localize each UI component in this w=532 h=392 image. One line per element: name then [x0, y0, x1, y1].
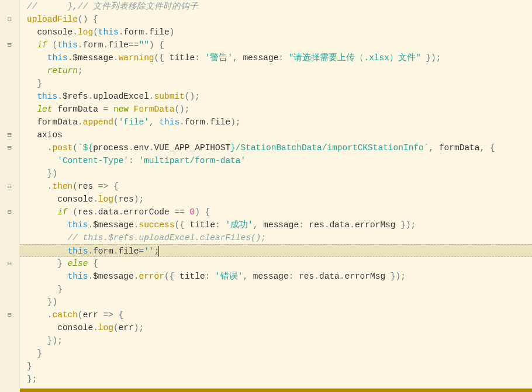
code-line[interactable]: } else { [27, 257, 532, 270]
code-line[interactable]: } [27, 360, 532, 373]
fold-marker [0, 373, 19, 386]
fold-marker[interactable]: ⊟ [0, 206, 19, 218]
fold-marker [0, 167, 19, 180]
fold-collapse-icon[interactable]: ⊟ [8, 141, 12, 154]
fold-marker [0, 77, 19, 90]
fold-collapse-icon[interactable]: ⊟ [8, 13, 12, 26]
code-line[interactable]: } [27, 347, 532, 360]
code-line[interactable]: console.log(res); [27, 193, 532, 206]
code-line[interactable]: this.$refs.uploadExcel.submit(); [27, 90, 532, 103]
fold-marker [0, 296, 19, 308]
code-line[interactable]: this.$message.warning({ title: '警告', mes… [27, 51, 532, 64]
code-line[interactable]: console.log(this.form.file) [27, 26, 532, 39]
fold-marker [0, 218, 19, 231]
fold-marker [0, 231, 19, 244]
code-line[interactable]: axios [27, 129, 532, 141]
code-line[interactable]: if (res.data.errorCode == 0) { [27, 206, 532, 218]
fold-marker [0, 321, 19, 334]
code-line[interactable]: this.$message.error({ title: '错误', messa… [27, 270, 532, 283]
fold-marker [0, 0, 19, 13]
fold-marker [0, 26, 19, 39]
fold-marker [0, 283, 19, 296]
fold-collapse-icon[interactable]: ⊟ [8, 308, 12, 321]
fold-collapse-icon[interactable]: ⊟ [8, 39, 12, 51]
fold-marker [0, 51, 19, 64]
code-line[interactable]: // this.$refs.uploadExcel.clearFiles(); [27, 231, 532, 244]
code-line[interactable]: // },// 文件列表移除文件时的钩子 [27, 0, 532, 13]
code-area[interactable]: // },// 文件列表移除文件时的钩子uploadFile() { conso… [20, 0, 532, 392]
fold-collapse-icon[interactable]: ⊟ [8, 206, 12, 218]
code-line[interactable]: this.form.file=''; [20, 244, 532, 257]
code-line[interactable]: if (this.form.file=="") { [27, 39, 532, 51]
fold-marker [0, 116, 19, 129]
fold-marker[interactable]: ⊟ [0, 180, 19, 193]
fold-marker [0, 360, 19, 373]
code-line[interactable]: .catch(err => { [27, 308, 532, 321]
fold-collapse-icon[interactable]: ⊟ [8, 129, 12, 141]
code-line[interactable]: uploadFile() { [27, 13, 532, 26]
code-line[interactable]: }) [27, 167, 532, 180]
fold-marker [0, 154, 19, 167]
code-line[interactable]: 'Content-Type': 'multipart/form-data' [27, 154, 532, 167]
fold-collapse-icon[interactable]: ⊟ [8, 180, 12, 193]
fold-collapse-icon[interactable]: ⊟ [8, 257, 12, 270]
fold-marker[interactable]: ⊟ [0, 141, 19, 154]
code-line[interactable]: }; [27, 373, 532, 386]
fold-marker [0, 90, 19, 103]
fold-marker [0, 103, 19, 116]
fold-marker[interactable]: ⊟ [0, 129, 19, 141]
code-line[interactable]: .then(res => { [27, 180, 532, 193]
fold-marker [0, 244, 19, 257]
fold-marker [0, 270, 19, 283]
fold-marker [0, 334, 19, 347]
fold-marker [0, 193, 19, 206]
code-line[interactable]: } [27, 77, 532, 90]
fold-marker [0, 347, 19, 360]
bottom-accent-bar [20, 388, 532, 392]
code-line[interactable]: formData.append('file', this.form.file); [27, 116, 532, 129]
fold-marker[interactable]: ⊟ [0, 39, 19, 51]
code-line[interactable]: } [27, 283, 532, 296]
code-editor[interactable]: ⊟⊟⊟⊟⊟⊟⊟⊟ // },// 文件列表移除文件时的钩子uploadFile(… [0, 0, 532, 392]
code-line[interactable]: .post(`${process.env.VUE_APP_APIHOST}/St… [27, 141, 532, 154]
fold-marker [0, 64, 19, 77]
code-line[interactable]: console.log(err); [27, 321, 532, 334]
fold-marker[interactable]: ⊟ [0, 308, 19, 321]
code-line[interactable]: return; [27, 64, 532, 77]
fold-gutter[interactable]: ⊟⊟⊟⊟⊟⊟⊟⊟ [0, 0, 20, 392]
fold-marker[interactable]: ⊟ [0, 257, 19, 270]
code-line[interactable]: }) [27, 296, 532, 308]
code-line[interactable]: }); [27, 334, 532, 347]
code-line[interactable]: let formData = new FormData(); [27, 103, 532, 116]
code-line[interactable]: this.$message.success({ title: '成功', mes… [27, 218, 532, 231]
fold-marker[interactable]: ⊟ [0, 13, 19, 26]
